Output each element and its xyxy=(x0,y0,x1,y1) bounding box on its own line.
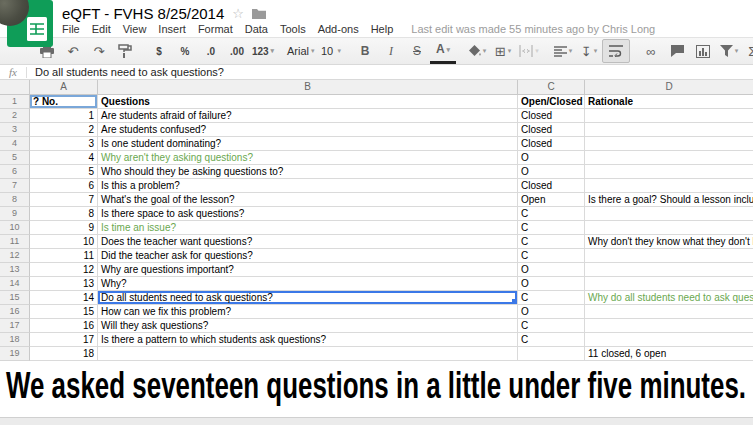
cell-c[interactable]: O xyxy=(518,277,585,291)
cell-d[interactable] xyxy=(585,305,753,319)
cell-d[interactable] xyxy=(585,179,753,193)
cell-d[interactable] xyxy=(585,221,753,235)
column-header-d[interactable]: D xyxy=(585,80,753,95)
menu-tools[interactable]: Tools xyxy=(274,23,312,35)
cell-d[interactable] xyxy=(585,165,753,179)
row-number[interactable]: 4 xyxy=(0,137,30,151)
cell-d[interactable]: Why don't they know what they don't know… xyxy=(585,235,753,249)
row-number[interactable]: 14 xyxy=(0,277,30,291)
cell-b[interactable]: Is there space to ask questions? xyxy=(98,207,518,221)
cell-b[interactable]: Will they ask questions? xyxy=(98,319,518,333)
insert-chart-button[interactable] xyxy=(690,40,716,62)
select-all-corner[interactable] xyxy=(0,80,30,95)
cell-d[interactable]: Is there a goal? Should a lesson include… xyxy=(585,193,753,207)
italic-button[interactable]: I xyxy=(378,40,404,62)
cell-a[interactable]: 12 xyxy=(30,263,98,277)
cell-a[interactable]: 7 xyxy=(30,193,98,207)
cell-d[interactable] xyxy=(585,137,753,151)
cell-c[interactable]: C xyxy=(518,291,585,305)
cell-a[interactable]: 2 xyxy=(30,123,98,137)
cell-c[interactable]: O xyxy=(518,263,585,277)
formula-input[interactable]: Do all students need to ask questions? xyxy=(35,66,224,78)
cell-c[interactable]: Closed xyxy=(518,109,585,123)
cell-d[interactable]: Why do all students need to ask question… xyxy=(585,291,753,305)
cell-d[interactable] xyxy=(585,109,753,123)
cell-c[interactable]: O xyxy=(518,305,585,319)
cell-c[interactable]: Closed xyxy=(518,123,585,137)
cell-b[interactable]: Why are questions important? xyxy=(98,263,518,277)
column-header-c[interactable]: C xyxy=(518,80,585,95)
cell-b[interactable]: Is there a pattern to which students ask… xyxy=(98,333,518,347)
cell-a[interactable]: 6 xyxy=(30,179,98,193)
row-number[interactable]: 1 xyxy=(0,95,30,109)
redo-button[interactable]: ↷ xyxy=(86,40,112,62)
cell-a[interactable]: 18 xyxy=(30,347,98,361)
row-number[interactable]: 19 xyxy=(0,347,30,361)
row-number[interactable]: 16 xyxy=(0,305,30,319)
row-number[interactable]: 15 xyxy=(0,291,30,305)
decrease-decimals-button[interactable]: .0 xyxy=(198,40,224,62)
menu-view[interactable]: View xyxy=(117,23,153,35)
cell-d[interactable] xyxy=(585,249,753,263)
cell-a[interactable]: 17 xyxy=(30,333,98,347)
cell-a[interactable]: 4 xyxy=(30,151,98,165)
row-number[interactable]: 18 xyxy=(0,333,30,347)
cell-c[interactable]: C xyxy=(518,235,585,249)
cell-b[interactable]: Does the teacher want questions? xyxy=(98,235,518,249)
cell-a[interactable]: 11 xyxy=(30,249,98,263)
cell-d[interactable] xyxy=(585,207,753,221)
row-number[interactable]: 17 xyxy=(0,319,30,333)
undo-button[interactable]: ↶ xyxy=(60,40,86,62)
folder-icon[interactable] xyxy=(252,8,266,19)
cell-d[interactable]: 11 closed, 6 open xyxy=(585,347,753,361)
cell-a[interactable]: 14 xyxy=(30,291,98,305)
cell-a[interactable]: 13 xyxy=(30,277,98,291)
menu-help[interactable]: Help xyxy=(365,23,400,35)
filter-button[interactable] xyxy=(716,40,742,62)
cell-b[interactable]: Is this a problem? xyxy=(98,179,518,193)
increase-decimals-button[interactable]: .00 xyxy=(224,40,250,62)
cell-c[interactable]: Closed xyxy=(518,179,585,193)
row-number[interactable]: 12 xyxy=(0,249,30,263)
menu-file[interactable]: File xyxy=(56,23,86,35)
cell-c[interactable]: Open xyxy=(518,193,585,207)
format-currency-button[interactable]: $ xyxy=(146,40,172,62)
menu-insert[interactable]: Insert xyxy=(152,23,192,35)
row-number[interactable]: 9 xyxy=(0,207,30,221)
menu-edit[interactable]: Edit xyxy=(86,23,117,35)
row-number[interactable]: 3 xyxy=(0,123,30,137)
cell-a[interactable]: 9 xyxy=(30,221,98,235)
cell-c[interactable]: C xyxy=(518,207,585,221)
cell-d[interactable]: Rationale xyxy=(585,95,753,109)
cell-a[interactable]: ? No. xyxy=(30,95,98,109)
cell-b[interactable]: Did the teacher ask for questions? xyxy=(98,249,518,263)
cell-a[interactable]: 15 xyxy=(30,305,98,319)
cell-d[interactable] xyxy=(585,319,753,333)
menu-addons[interactable]: Add-ons xyxy=(312,23,365,35)
cell-d[interactable] xyxy=(585,151,753,165)
cell-c[interactable]: C xyxy=(518,249,585,263)
column-header-a[interactable]: A xyxy=(30,80,98,95)
cell-c[interactable]: C xyxy=(518,221,585,235)
insert-comment-button[interactable] xyxy=(664,40,690,62)
cell-a[interactable]: 5 xyxy=(30,165,98,179)
cell-a[interactable]: 8 xyxy=(30,207,98,221)
strikethrough-button[interactable]: S xyxy=(404,40,430,62)
column-header-b[interactable]: B xyxy=(98,80,518,95)
cell-b[interactable]: Is one student dominating? xyxy=(98,137,518,151)
row-number[interactable]: 11 xyxy=(0,235,30,249)
document-title[interactable]: eQFT - FVHS 8/25/2014 xyxy=(62,5,224,22)
cell-b[interactable]: Are students afraid of failure? xyxy=(98,109,518,123)
cell-d[interactable] xyxy=(585,333,753,347)
font-family-select[interactable]: Arial xyxy=(284,40,310,62)
functions-button[interactable]: Σ xyxy=(742,40,753,62)
more-formats-button[interactable]: 123 xyxy=(250,40,276,62)
text-wrap-button[interactable] xyxy=(602,39,630,63)
vertical-align-button[interactable]: ↧ xyxy=(576,40,602,62)
row-number[interactable]: 2 xyxy=(0,109,30,123)
cell-a[interactable]: 1 xyxy=(30,109,98,123)
row-number[interactable]: 8 xyxy=(0,193,30,207)
last-edit-status[interactable]: Last edit was made 55 minutes ago by Chr… xyxy=(411,23,655,35)
cell-c[interactable]: O xyxy=(518,165,585,179)
insert-link-button[interactable]: ∞ xyxy=(638,40,664,62)
